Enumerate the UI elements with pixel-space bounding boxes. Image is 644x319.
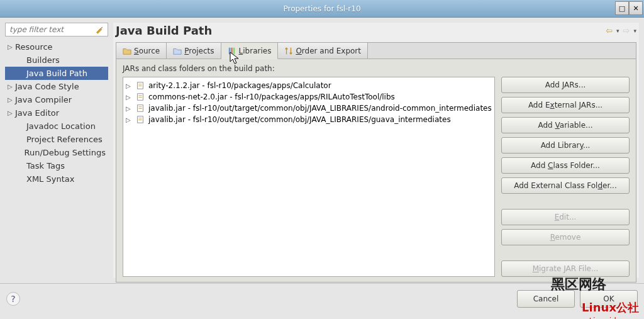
titlebar: Properties for fsl-r10 □ ✕ [0,0,644,18]
jar-row[interactable]: ▷javalib.jar - fsl-r10/out/target/common… [126,103,492,114]
source-folder-icon [123,47,131,55]
twisty-icon: ▷ [8,43,15,50]
tree-item-label: Task Tags [26,161,65,171]
jars-header: JARs and class folders on the build path… [123,64,495,73]
twisty-icon: ▷ [126,105,132,112]
ok-button[interactable]: OK [580,290,638,308]
jar-file-icon [136,81,145,90]
jar-file-icon [136,104,145,113]
jar-label: javalib.jar - fsl-r10/out/target/common/… [148,115,451,124]
tree-item-label: Run/Debug Settings [24,148,106,157]
tab-libraries[interactable]: Libraries [221,43,279,59]
tree-item-label: Java Build Path [26,69,87,78]
tree-item-java-build-path[interactable]: Java Build Path [5,67,108,80]
twisty-icon: ▷ [126,82,132,89]
jar-label: commons-net-2.0.jar - fsl-r10/packages/a… [148,92,395,101]
tree-item-javadoc-location[interactable]: Javadoc Location [5,120,108,133]
tree-item-label: Builders [26,55,60,65]
add-variable-button[interactable]: Add Variable... [501,117,630,133]
svg-rect-4 [138,84,142,84]
add-external-jars-button[interactable]: Add External JARs... [501,97,630,113]
tab-container: Source Projects Libraries Order and Expo… [116,42,636,283]
tab-source-label: ource [139,47,160,55]
jars-list[interactable]: ▷arity-2.1.2.jar - fsl-r10/packages/apps… [123,77,495,277]
twisty-icon: ▷ [8,83,15,90]
back-icon[interactable]: ⇦ [606,26,613,35]
svg-rect-7 [138,95,142,96]
add-class-folder-button[interactable]: Add Class Folder... [501,157,630,174]
jar-row[interactable]: ▷arity-2.1.2.jar - fsl-r10/packages/apps… [126,80,492,91]
svg-rect-5 [138,86,142,86]
tree-item-java-compiler[interactable]: ▷Java Compiler [5,93,108,106]
twisty-icon: ▷ [8,96,15,103]
tree-item-project-references[interactable]: Project References [5,133,108,146]
tree-item-label: Java Editor [15,108,59,118]
right-panel: Java Build Path ⇦▾ ⇨▾ Source Projects Li… [113,23,639,278]
svg-rect-1 [231,47,233,54]
tab-projects[interactable]: Projects [167,43,221,59]
tree-item-label: Project References [26,135,103,144]
twisty-icon: ▷ [126,94,132,101]
add-external-class-folder-button[interactable]: Add External Class Folder... [501,177,630,194]
page-title: Java Build Path [116,24,212,37]
tab-source[interactable]: Source [116,43,167,59]
twisty-icon: ▷ [8,109,15,116]
migrate-button: Migrate JAR File... [501,260,630,277]
tree-item-label: XML Syntax [26,174,74,184]
svg-rect-8 [138,97,142,98]
svg-rect-0 [228,47,230,54]
tree-item-label: Resource [15,42,53,52]
order-icon [284,47,293,55]
tree-item-builders[interactable]: Builders [5,53,108,67]
cancel-button[interactable]: Cancel [517,290,575,308]
close-button[interactable]: ✕ [629,1,643,15]
window-title: Properties for fsl-r10 [283,4,360,13]
window-controls: □ ✕ [615,1,643,15]
forward-icon: ⇨ [623,26,630,35]
svg-rect-10 [138,106,142,107]
libraries-icon [228,47,236,55]
jar-file-icon [136,92,145,101]
tree-item-run-debug-settings[interactable]: Run/Debug Settings [5,146,108,159]
tree-item-java-code-style[interactable]: ▷Java Code Style [5,80,108,93]
back-menu-icon[interactable]: ▾ [616,28,619,34]
footer: ? Cancel OK [0,283,644,313]
jar-row[interactable]: ▷commons-net-2.0.jar - fsl-r10/packages/… [126,91,492,103]
filter-box [5,23,108,36]
tab-libraries-label: ibraries [243,47,271,55]
jar-label: javalib.jar - fsl-r10/out/target/common/… [148,104,492,113]
tree-item-label: Java Code Style [15,82,79,91]
tree-item-label: Java Compiler [15,95,72,104]
add-jars-button[interactable]: Add JARs... [501,77,630,93]
jar-row[interactable]: ▷javalib.jar - fsl-r10/out/target/common… [126,114,492,125]
tree-item-xml-syntax[interactable]: XML Syntax [5,172,108,186]
tree-item-label: Javadoc Location [26,121,96,131]
add-library-button[interactable]: Add Library... [501,137,630,154]
forward-menu-icon[interactable]: ▾ [633,28,636,34]
tree-item-java-editor[interactable]: ▷Java Editor [5,106,108,120]
clear-filter-icon[interactable] [95,25,104,34]
help-icon[interactable]: ? [6,292,20,306]
tab-order-label: rder and Export [302,47,361,55]
nav-arrows: ⇦▾ ⇨▾ [606,26,636,35]
maximize-button[interactable]: □ [615,1,629,15]
svg-rect-2 [233,47,235,54]
twisty-icon: ▷ [126,116,132,123]
left-panel: ▷ResourceBuildersJava Build Path▷Java Co… [5,23,108,278]
tab-projects-label: rojects [189,47,214,55]
button-column: Add JARs... Add External JARs... Add Var… [501,77,630,277]
projects-icon [173,47,182,55]
tab-order[interactable]: Order and Export [278,43,368,59]
svg-rect-11 [138,108,142,109]
jar-label: arity-2.1.2.jar - fsl-r10/packages/apps/… [148,81,331,90]
tree-item-resource[interactable]: ▷Resource [5,40,108,53]
tabs: Source Projects Libraries Order and Expo… [116,43,636,59]
jar-file-icon [136,115,145,124]
svg-rect-13 [138,118,142,118]
remove-button: Remove [501,229,630,245]
filter-input[interactable] [9,25,85,34]
svg-rect-14 [138,120,142,120]
watermark-url: www.Linuxidc.com [569,316,639,319]
tree-item-task-tags[interactable]: Task Tags [5,159,108,172]
edit-button: Edit... [501,209,630,225]
